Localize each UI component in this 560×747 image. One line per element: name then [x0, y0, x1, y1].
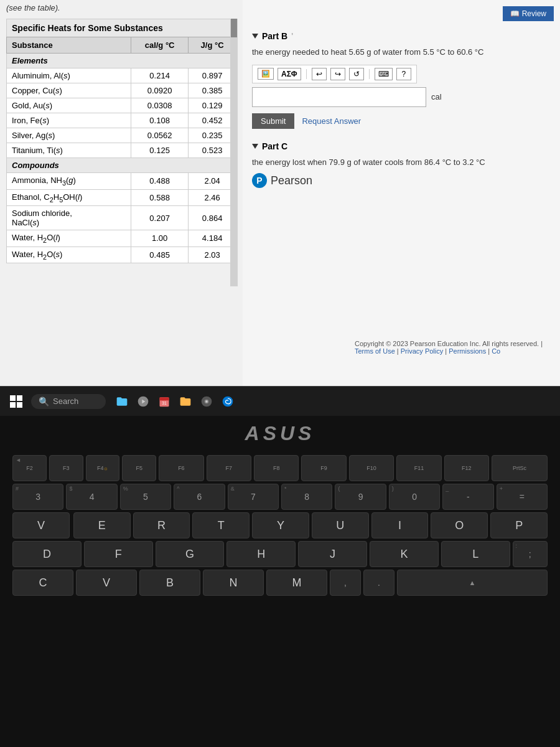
- key-prtsc[interactable]: PrtSc: [492, 455, 548, 481]
- key-f11[interactable]: F11: [396, 455, 441, 481]
- svg-text:31: 31: [162, 401, 167, 405]
- key-v[interactable]: V: [12, 512, 70, 538]
- key-t[interactable]: T: [192, 512, 250, 538]
- key-g[interactable]: G: [156, 541, 225, 567]
- qwerty-row: V E R T Y U I O P: [12, 512, 548, 538]
- key-m[interactable]: M: [266, 570, 327, 596]
- start-button[interactable]: [6, 392, 26, 411]
- key-i[interactable]: I: [371, 512, 429, 538]
- part-c-question: the energy lost when 79.9 g of water coo…: [252, 156, 551, 169]
- key-j[interactable]: J: [298, 541, 367, 567]
- key-f7[interactable]: F7: [207, 455, 251, 481]
- calendar-icon[interactable]: 31: [156, 393, 173, 410]
- privacy-link[interactable]: Privacy Policy: [401, 347, 443, 355]
- search-icon: 🔍: [39, 397, 49, 406]
- key-f4[interactable]: F4☼: [86, 455, 120, 481]
- table-row: Iron, Fe(s) 0.108 0.452: [7, 113, 236, 128]
- key-f3[interactable]: F3: [49, 455, 83, 481]
- key-f5[interactable]: F5: [122, 455, 156, 481]
- taskbar-icons: 31: [113, 393, 236, 410]
- pearson-p-icon: P: [252, 173, 267, 188]
- key-f12[interactable]: F12: [444, 455, 489, 481]
- key-5[interactable]: % 5: [120, 484, 171, 510]
- key-f6[interactable]: F6: [159, 455, 203, 481]
- table-row: Water, H2O(l) 1.00 4.184: [7, 230, 236, 247]
- toolbar-keyboard-btn[interactable]: ⌨: [375, 68, 393, 80]
- folder-icon[interactable]: [177, 393, 194, 410]
- key-period[interactable]: .: [363, 570, 394, 596]
- key-6[interactable]: ^ 6: [174, 484, 225, 510]
- key-4[interactable]: $ 4: [66, 484, 117, 510]
- key-u[interactable]: U: [312, 512, 369, 538]
- request-answer-link[interactable]: Request Answer: [302, 116, 361, 126]
- table-scrollbar[interactable]: [230, 19, 238, 286]
- key-h[interactable]: H: [226, 541, 296, 567]
- taskbar-search[interactable]: 🔍 Search: [31, 394, 106, 409]
- part-c-section: Part C the energy lost when 79.9 g of wa…: [252, 141, 551, 189]
- key-e[interactable]: E: [73, 512, 131, 538]
- permissions-link[interactable]: Permissions: [449, 347, 486, 355]
- table-row: Gold, Au(s) 0.0308 0.129: [7, 98, 236, 113]
- key-8[interactable]: * 8: [281, 484, 332, 510]
- key-f2[interactable]: ◄F2: [12, 455, 47, 481]
- key-y[interactable]: Y: [252, 512, 309, 538]
- key-comma[interactable]: ,: [330, 570, 361, 596]
- book-icon: 📖: [510, 9, 520, 18]
- toolbar-sep1: [306, 69, 307, 79]
- music-icon[interactable]: [198, 393, 215, 410]
- answer-toolbar: 🖼️ ΑΣΦ ↩ ↪ ↺ ⌨ ?: [252, 65, 417, 83]
- part-b-answer-input[interactable]: [252, 87, 426, 107]
- key-l[interactable]: L: [441, 541, 510, 567]
- toolbar-refresh-btn[interactable]: ↺: [349, 68, 364, 80]
- key-d[interactable]: D: [12, 541, 82, 567]
- key-k[interactable]: K: [370, 541, 439, 567]
- table-row: Copper, Cu(s) 0.0920 0.385: [7, 83, 236, 98]
- copyright-bar: Copyright © 2023 Pearson Education Inc. …: [355, 340, 560, 355]
- key-semicolon[interactable]: : ;: [513, 541, 548, 567]
- key-0[interactable]: ) 0: [389, 484, 440, 510]
- file-explorer-icon[interactable]: [113, 393, 131, 410]
- scrollbar-thumb[interactable]: [231, 19, 237, 37]
- toolbar-image-btn[interactable]: 🖼️: [258, 68, 274, 80]
- key-b[interactable]: B: [139, 570, 200, 596]
- edge-browser-icon[interactable]: [219, 393, 236, 410]
- key-f[interactable]: F: [84, 541, 153, 567]
- col-header-cal: cal/g °C: [131, 37, 189, 54]
- key-o[interactable]: O: [431, 512, 488, 538]
- search-label: Search: [53, 397, 78, 406]
- key-7[interactable]: & 7: [228, 484, 279, 510]
- key-c[interactable]: C: [12, 570, 73, 596]
- section-elements: Elements: [7, 54, 236, 68]
- toolbar-help-btn[interactable]: ?: [396, 68, 411, 80]
- key-p[interactable]: P: [490, 512, 548, 538]
- arrow-down-c-icon: [252, 144, 258, 149]
- key-9[interactable]: ( 9: [335, 484, 386, 510]
- toolbar-math-btn[interactable]: ΑΣΦ: [278, 68, 301, 80]
- key-equals[interactable]: + =: [497, 484, 548, 510]
- contact-link[interactable]: Co: [492, 347, 500, 355]
- table-row: Silver, Ag(s) 0.0562 0.235: [7, 128, 236, 143]
- content-area: (see the table). Specific Heats for Some…: [0, 0, 560, 386]
- key-n[interactable]: N: [203, 570, 264, 596]
- zxcv-row: C V B N M , . ▲: [12, 570, 548, 596]
- key-f10[interactable]: F10: [349, 455, 394, 481]
- terms-link[interactable]: Terms of Use: [355, 347, 395, 355]
- key-arrow-up[interactable]: ▲: [397, 570, 548, 596]
- media-player-icon[interactable]: [134, 393, 152, 410]
- key-minus[interactable]: _ -: [442, 484, 493, 510]
- svg-point-7: [205, 400, 207, 402]
- table-row: Titanium, Ti(s) 0.125 0.523: [7, 143, 236, 158]
- col-header-j: J/g °C: [189, 37, 236, 54]
- toolbar-undo-btn[interactable]: ↩: [312, 68, 327, 80]
- review-button[interactable]: 📖 Review: [503, 6, 554, 21]
- key-f8[interactable]: F8: [254, 455, 299, 481]
- apostrophe: ': [291, 32, 293, 40]
- key-f9[interactable]: F9: [301, 455, 346, 481]
- key-v2[interactable]: V: [76, 570, 137, 596]
- toolbar-redo-btn[interactable]: ↪: [330, 68, 345, 80]
- fn-key-row: ◄F2 F3 F4☼ F5 F6 F7 F8 F9 F10 F11 F12 Pr…: [12, 455, 548, 481]
- submit-button[interactable]: Submit: [252, 113, 294, 129]
- submit-row: Submit Request Answer: [252, 113, 551, 129]
- key-r[interactable]: R: [133, 512, 190, 538]
- key-3[interactable]: # 3: [12, 484, 63, 510]
